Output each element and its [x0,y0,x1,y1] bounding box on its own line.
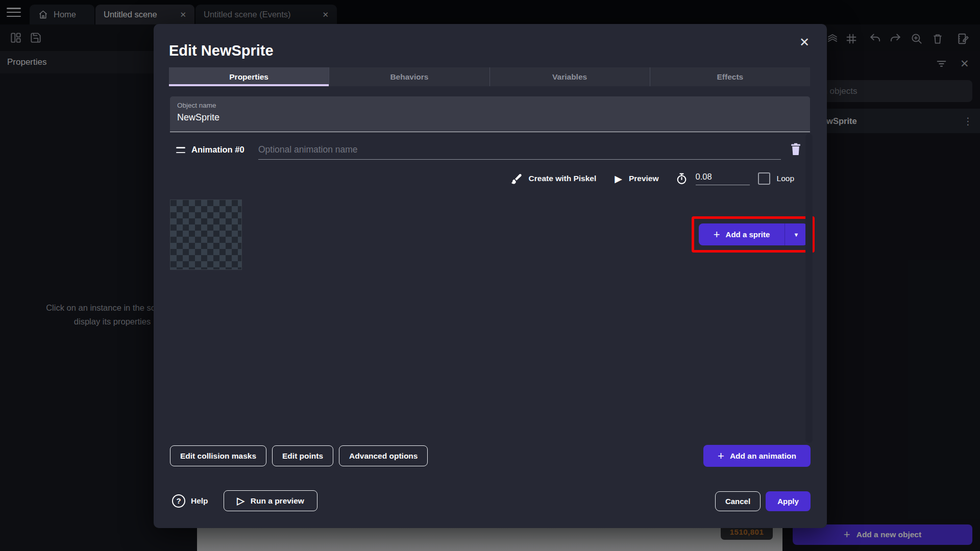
delete-animation-trash-icon[interactable] [788,141,803,157]
apply-button[interactable]: Apply [766,491,811,511]
add-sprite-button[interactable]: + Add a sprite [699,223,785,245]
object-name-field: Object name [170,96,810,132]
add-sprite-dropdown-button[interactable]: ▼ [785,223,807,245]
animation-name-input[interactable] [258,140,781,160]
empty-sprite-thumbnail[interactable] [170,199,242,270]
dialog-tab-variables[interactable]: Variables [489,67,650,86]
plus-icon: + [714,229,720,240]
dialog-title: Edit NewSprite [169,42,274,59]
drag-handle-icon[interactable] [176,147,185,153]
object-name-field-label: Object name [177,102,216,109]
dialog-scrollbar[interactable] [805,134,813,443]
cancel-button[interactable]: Cancel [715,491,761,511]
preview-button[interactable]: Preview [629,174,659,183]
brush-icon[interactable] [510,172,523,185]
edit-points-button[interactable]: Edit points [272,445,333,466]
edit-sprite-dialog: Edit NewSprite ✕ Properties Behaviors Va… [154,24,827,528]
stopwatch-icon [675,172,688,185]
highlight-box: + Add a sprite ▼ [692,216,815,253]
add-animation-button[interactable]: + Add an animation [703,445,811,467]
dialog-tab-behaviors[interactable]: Behaviors [329,67,489,86]
edit-collision-masks-button[interactable]: Edit collision masks [170,445,266,466]
caret-down-icon: ▼ [794,232,799,238]
plus-icon: + [718,450,724,462]
run-a-preview-button[interactable]: ▷ Run a preview [224,490,317,511]
dialog-tab-bar: Properties Behaviors Variables Effects [169,67,810,86]
dialog-close-icon[interactable]: ✕ [799,36,810,48]
play-outline-icon: ▷ [237,495,244,507]
gdevelop-app: Home Untitled scene ✕ Untitled scene (Ev… [0,0,980,551]
play-icon[interactable]: ▶ [615,173,622,185]
object-name-input[interactable] [177,112,790,123]
animation-tools-row: Create with Piskel ▶ Preview Loop [510,168,794,189]
add-sprite-split-button: + Add a sprite ▼ [699,223,807,245]
animation-options-row: Edit collision masks Edit points Advance… [170,445,428,466]
time-between-frames-input[interactable] [696,172,750,185]
create-with-piskel-button[interactable]: Create with Piskel [529,174,597,183]
loop-checkbox[interactable] [758,172,770,185]
loop-label: Loop [777,174,794,183]
advanced-options-button[interactable]: Advanced options [339,445,428,466]
dialog-tab-properties[interactable]: Properties [169,67,329,86]
dialog-tab-effects[interactable]: Effects [650,67,810,86]
animation-title: Animation #0 [191,145,244,155]
help-icon: ? [172,494,185,508]
animation-row: Animation #0 [170,139,810,163]
help-button[interactable]: ? Help [172,490,208,511]
